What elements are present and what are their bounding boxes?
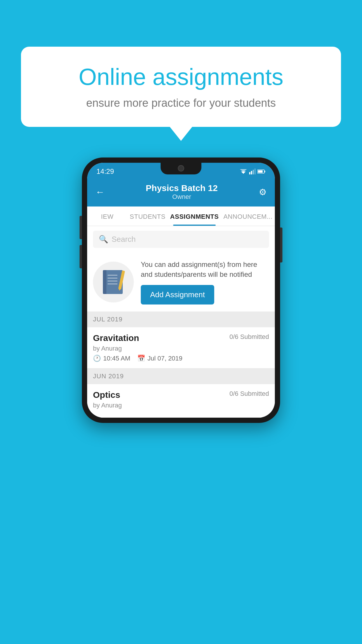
tab-iew[interactable]: IEW — [87, 206, 127, 226]
settings-button[interactable]: ⚙ — [259, 187, 267, 197]
section-header-jul: JUL 2019 — [87, 312, 275, 327]
assignment-item-optics[interactable]: Optics 0/6 Submitted by Anurag — [87, 384, 275, 418]
search-container: 🔍 Search — [87, 226, 275, 253]
svg-marker-1 — [240, 169, 247, 172]
section-header-jun: JUN 2019 — [87, 368, 275, 384]
notebook-spine — [103, 270, 106, 294]
assignment-time: 🕐 10:45 AM — [93, 355, 130, 362]
phone-volume-up-button — [80, 216, 82, 239]
assignment-by-optics: by Anurag — [93, 402, 269, 409]
assignment-date-value: Jul 07, 2019 — [147, 355, 182, 362]
calendar-icon: 📅 — [137, 355, 145, 362]
svg-rect-7 — [264, 171, 265, 172]
svg-rect-5 — [254, 169, 256, 174]
tabs-bar: IEW STUDENTS ASSIGNMENTS ANNOUNCEM... — [87, 206, 275, 226]
assignment-date: 📅 Jul 07, 2019 — [137, 355, 182, 362]
notebook-illustration — [102, 269, 125, 295]
status-time: 14:29 — [96, 167, 114, 176]
tab-students[interactable]: STUDENTS — [127, 206, 168, 226]
header-subtitle: Owner — [146, 193, 218, 201]
search-placeholder: Search — [112, 235, 136, 244]
phone-outer: 14:29 — [82, 158, 280, 423]
assignment-submitted-gravitation: 0/6 Submitted — [229, 333, 269, 341]
promo-text: You can add assignment(s) from here and … — [141, 260, 269, 279]
speech-bubble: Online assignments ensure more practice … — [21, 47, 341, 127]
notebook-line — [108, 278, 117, 279]
assignment-name-gravitation: Gravitation — [93, 333, 139, 343]
section-month-jun: JUN 2019 — [93, 372, 124, 380]
signal-icon — [249, 169, 256, 174]
phone-screen: 14:29 — [87, 163, 275, 418]
notebook-line — [108, 281, 117, 281]
promo-section: You can add assignment(s) from here and … — [87, 253, 275, 312]
header-center: Physics Batch 12 Owner — [146, 183, 218, 201]
svg-rect-4 — [253, 170, 254, 174]
assignment-by-gravitation: by Anurag — [93, 345, 269, 352]
add-assignment-button[interactable]: Add Assignment — [141, 285, 214, 304]
tab-assignments[interactable]: ASSIGNMENTS — [168, 206, 221, 226]
notebook-line — [108, 284, 117, 284]
svg-rect-3 — [251, 171, 252, 174]
promo-content: You can add assignment(s) from here and … — [141, 260, 269, 304]
assignment-time-value: 10:45 AM — [103, 355, 130, 362]
promo-icon-circle — [93, 262, 134, 302]
battery-icon — [257, 169, 266, 174]
search-bar[interactable]: 🔍 Search — [93, 231, 269, 248]
notebook-line — [108, 275, 117, 276]
header-title: Physics Batch 12 — [146, 183, 218, 193]
assignment-item-gravitation[interactable]: Gravitation 0/6 Submitted by Anurag 🕐 10… — [87, 327, 275, 368]
assignment-submitted-optics: 0/6 Submitted — [229, 390, 269, 398]
wifi-icon — [239, 169, 247, 174]
phone-power-button — [280, 228, 282, 262]
tab-announcements[interactable]: ANNOUNCEM... — [221, 206, 275, 226]
assignment-name-optics: Optics — [93, 390, 120, 400]
search-icon: 🔍 — [99, 235, 108, 244]
speech-bubble-title: Online assignments — [44, 64, 318, 90]
svg-rect-2 — [249, 172, 250, 174]
back-button[interactable]: ← — [95, 187, 105, 197]
phone-volume-down-button — [80, 245, 82, 268]
phone-notch — [161, 163, 201, 174]
assignment-top: Gravitation 0/6 Submitted — [93, 333, 269, 343]
speech-bubble-subtitle: ensure more practice for your students — [44, 97, 318, 109]
svg-rect-8 — [258, 170, 263, 173]
phone-camera — [178, 165, 184, 172]
clock-icon: 🕐 — [93, 355, 101, 362]
section-month-jul: JUL 2019 — [93, 316, 122, 323]
assignment-meta-gravitation: 🕐 10:45 AM 📅 Jul 07, 2019 — [93, 355, 269, 362]
phone-mockup: 14:29 — [82, 158, 280, 423]
status-icons — [239, 169, 266, 174]
assignment-top-optics: Optics 0/6 Submitted — [93, 390, 269, 400]
speech-bubble-section: Online assignments ensure more practice … — [21, 47, 341, 127]
app-header: ← Physics Batch 12 Owner ⚙ — [87, 178, 275, 206]
